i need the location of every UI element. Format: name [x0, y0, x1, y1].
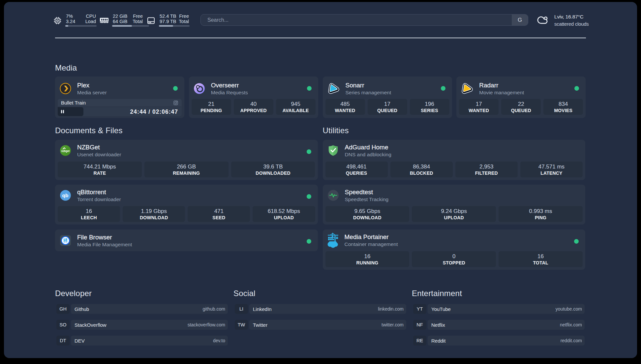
svg-text:qb: qb	[62, 193, 69, 198]
svg-text:nzbget: nzbget	[61, 149, 70, 153]
